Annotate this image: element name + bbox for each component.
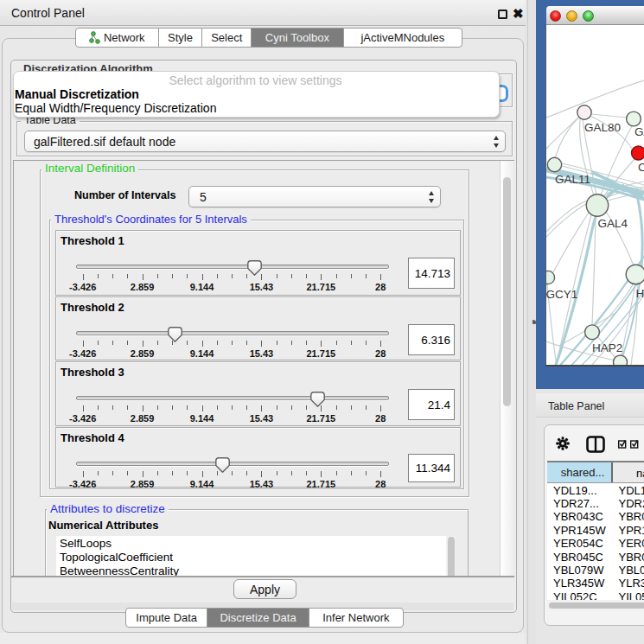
svg-text:GAL11: GAL11 xyxy=(555,173,590,186)
svg-text:GCY1: GCY1 xyxy=(546,288,577,301)
svg-text:GA: GA xyxy=(634,125,644,138)
svg-text:CO: CO xyxy=(638,161,644,174)
svg-text:HA: HA xyxy=(636,287,644,300)
svg-text:HAP2: HAP2 xyxy=(592,341,622,354)
svg-text:GAL4: GAL4 xyxy=(598,217,628,230)
svg-text:GAL80: GAL80 xyxy=(584,121,621,134)
